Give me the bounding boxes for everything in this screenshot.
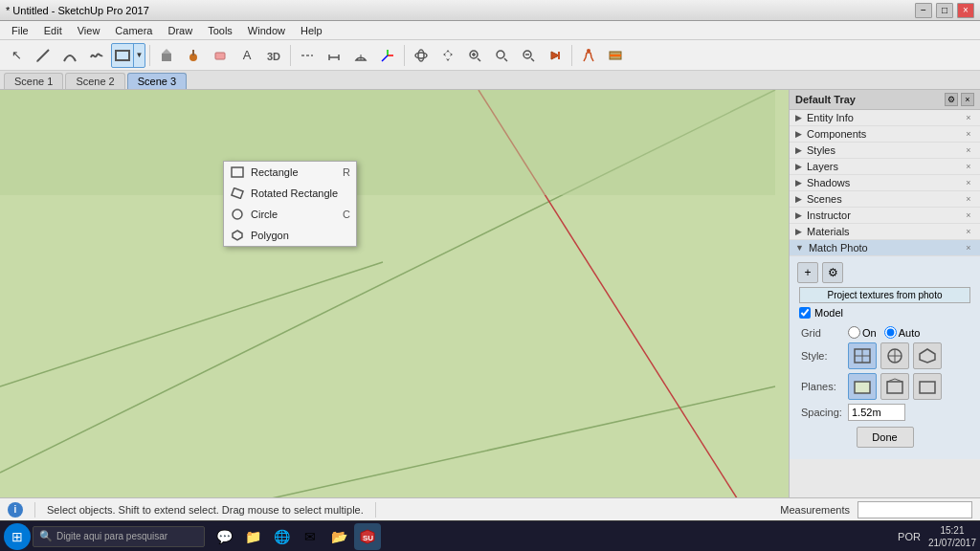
shape-tool-dropdown[interactable]: ▼ — [111, 43, 145, 68]
materials-close[interactable]: × — [963, 226, 974, 237]
project-textures-button[interactable]: Project textures from photo — [799, 287, 970, 303]
match-photo-close[interactable]: × — [963, 242, 974, 253]
menu-item-edit[interactable]: Edit — [36, 23, 70, 38]
text-button[interactable]: A — [234, 43, 259, 68]
grid-section: Grid On Auto Style: — [793, 320, 976, 455]
pencil-tool-button[interactable] — [31, 43, 56, 68]
walk-button[interactable] — [576, 43, 601, 68]
3d-text-button[interactable]: 3D — [261, 43, 286, 68]
mail-button[interactable]: ✉ — [297, 523, 323, 550]
materials-row[interactable]: ▶ Materials × — [790, 224, 980, 240]
zoom-extents-button[interactable] — [489, 43, 514, 68]
scenes-close[interactable]: × — [963, 193, 974, 205]
orbit-button[interactable] — [409, 43, 434, 68]
circle-option[interactable]: Circle C — [224, 204, 356, 225]
styles-close[interactable]: × — [963, 144, 974, 156]
prev-view-button[interactable] — [516, 43, 541, 68]
model-checkbox[interactable] — [799, 307, 811, 319]
menu-item-help[interactable]: Help — [293, 23, 330, 38]
menu-item-file[interactable]: File — [4, 23, 36, 38]
menu-item-draw[interactable]: Draw — [160, 23, 200, 38]
style-btn-2[interactable] — [880, 342, 909, 369]
grid-auto-label[interactable]: Auto — [884, 326, 921, 339]
tray-settings-button[interactable]: ⚙ — [945, 93, 958, 106]
shadows-row[interactable]: ▶ Shadows × — [790, 175, 980, 191]
folder-button[interactable]: 📂 — [325, 523, 352, 550]
paint-button[interactable] — [181, 43, 206, 68]
main-area: Rectangle R Rotated Rectangle — [0, 90, 980, 497]
restore-button[interactable]: □ — [936, 3, 953, 18]
scene-tab-scene-2[interactable]: Scene 2 — [65, 73, 124, 89]
freehand-tool-button[interactable] — [84, 43, 109, 68]
components-close[interactable]: × — [963, 128, 974, 140]
zoom-button[interactable] — [462, 43, 487, 68]
add-match-photo-button[interactable]: + — [797, 262, 818, 283]
svg-rect-50 — [855, 382, 870, 393]
rotated-rectangle-option[interactable]: Rotated Rectangle — [224, 183, 356, 204]
style-btn-3[interactable] — [913, 342, 942, 369]
spacing-label: Spacing: — [801, 407, 844, 418]
tape-button[interactable] — [295, 43, 320, 68]
style-btn-1[interactable] — [848, 342, 877, 369]
close-button[interactable]: × — [957, 3, 974, 18]
axes-button[interactable] — [375, 43, 400, 68]
measurements-input[interactable] — [858, 501, 972, 518]
shadows-close[interactable]: × — [963, 177, 974, 188]
grid-on-label[interactable]: On — [848, 326, 877, 339]
grid-on-radio[interactable] — [848, 326, 860, 339]
layers-close[interactable]: × — [963, 161, 974, 172]
instructor-row[interactable]: ▶ Instructor × — [790, 208, 980, 224]
arc-tool-button[interactable] — [57, 43, 82, 68]
match-photo-row[interactable]: ▼ Match Photo × — [790, 240, 980, 256]
instructor-close[interactable]: × — [963, 209, 974, 221]
svg-rect-2 — [116, 51, 129, 60]
dimension-button[interactable] — [322, 43, 346, 68]
scenes-row[interactable]: ▶ Scenes × — [790, 191, 980, 208]
planes-btn-3[interactable] — [913, 373, 942, 400]
select-tool-button[interactable]: ↖ — [4, 43, 29, 68]
file-explorer-button[interactable]: 📁 — [239, 523, 266, 550]
svg-point-41 — [233, 209, 242, 219]
default-tray-header[interactable]: Default Tray ⚙ × — [790, 90, 980, 110]
sketchup-taskbar-button[interactable]: SU — [354, 523, 381, 550]
scene-tab-scene-3[interactable]: Scene 3 — [127, 73, 187, 89]
planes-btn-2[interactable] — [880, 373, 909, 400]
start-button[interactable]: ⊞ — [4, 523, 31, 550]
push-pull-button[interactable] — [154, 43, 179, 68]
task-view-button[interactable]: 💬 — [211, 523, 237, 550]
done-button[interactable]: Done — [857, 427, 914, 448]
entity-info-row[interactable]: ▶ Entity Info × — [790, 110, 980, 126]
menu-item-view[interactable]: View — [70, 23, 108, 38]
minimize-button[interactable]: − — [915, 3, 932, 18]
styles-row[interactable]: ▶ Styles × — [790, 143, 980, 159]
menu-item-window[interactable]: Window — [240, 23, 293, 38]
settings-match-photo-button[interactable]: ⚙ — [822, 262, 843, 283]
style-buttons — [848, 342, 942, 369]
components-row[interactable]: ▶ Components × — [790, 126, 980, 143]
grid-auto-radio[interactable] — [884, 326, 897, 339]
planes-btn-1[interactable] — [848, 373, 877, 400]
spacing-input[interactable] — [848, 404, 905, 421]
eraser-button[interactable] — [208, 43, 233, 68]
protractor-button[interactable] — [348, 43, 373, 68]
next-view-button[interactable] — [543, 43, 568, 68]
edge-button[interactable]: 🌐 — [268, 523, 295, 550]
scene-tab-scene-1[interactable]: Scene 1 — [4, 73, 63, 89]
menu-item-camera[interactable]: Camera — [107, 23, 160, 38]
entity-info-close[interactable]: × — [963, 112, 974, 123]
entity-info-arrow: ▶ — [795, 113, 802, 122]
window-controls: − □ × — [915, 3, 974, 18]
layers-row[interactable]: ▶ Layers × — [790, 159, 980, 175]
rectangle-option[interactable]: Rectangle R — [224, 162, 356, 183]
section-cut-button[interactable] — [603, 43, 628, 68]
taskbar-search[interactable]: 🔍 Digite aqui para pesquisar — [33, 526, 205, 547]
polygon-option[interactable]: Polygon — [224, 225, 356, 246]
svg-line-16 — [382, 55, 388, 61]
viewport[interactable]: Rectangle R Rotated Rectangle — [0, 90, 789, 497]
shape-dropdown-arrow[interactable]: ▼ — [133, 43, 145, 68]
circle-label: Circle — [251, 209, 278, 220]
app-title: * Untitled - SketchUp Pro 2017 — [6, 5, 149, 16]
menu-item-tools[interactable]: Tools — [200, 23, 240, 38]
pan-button[interactable] — [435, 43, 460, 68]
tray-close-button[interactable]: × — [961, 93, 974, 106]
